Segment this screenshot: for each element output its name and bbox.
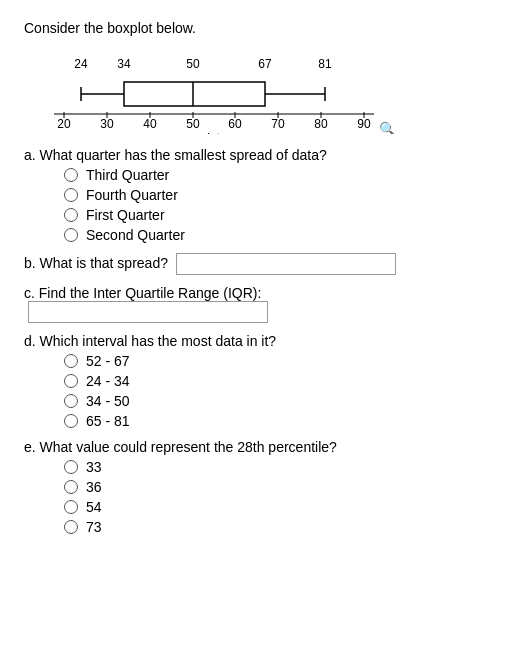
radio-d-1[interactable] [64,354,78,368]
question-e: e. What value could represent the 28th p… [24,439,489,535]
option-d-1[interactable]: 52 - 67 [64,353,489,369]
label-max: 81 [318,57,332,71]
option-e-3[interactable]: 54 [64,499,489,515]
question-d: d. Which interval has the most data in i… [24,333,489,429]
option-e-4-label: 73 [86,519,102,535]
questions-container: a. What quarter has the smallest spread … [24,147,489,535]
option-e-2-label: 36 [86,479,102,495]
question-b: b. What is that spread? [24,253,489,275]
option-e-4[interactable]: 73 [64,519,489,535]
option-d-3[interactable]: 34 - 50 [64,393,489,409]
question-d-options: 52 - 67 24 - 34 34 - 50 65 - 81 [64,353,489,429]
question-a: a. What quarter has the smallest spread … [24,147,489,243]
tick-label-60: 60 [228,117,242,131]
radio-e-4[interactable] [64,520,78,534]
tick-label-30: 30 [100,117,114,131]
option-a-second[interactable]: Second Quarter [64,227,489,243]
radio-a-third[interactable] [64,168,78,182]
radio-d-4[interactable] [64,414,78,428]
question-c: c. Find the Inter Quartile Range (IQR): [24,285,489,323]
radio-e-1[interactable] [64,460,78,474]
question-a-options: Third Quarter Fourth Quarter First Quart… [64,167,489,243]
option-a-first-label: First Quarter [86,207,165,223]
axis-label: data [202,131,226,134]
option-a-third[interactable]: Third Quarter [64,167,489,183]
option-d-2[interactable]: 24 - 34 [64,373,489,389]
option-e-2[interactable]: 36 [64,479,489,495]
option-d-1-label: 52 - 67 [86,353,130,369]
question-e-text: e. What value could represent the 28th p… [24,439,489,455]
option-e-3-label: 54 [86,499,102,515]
option-e-1[interactable]: 33 [64,459,489,475]
tick-label-90: 90 [357,117,371,131]
question-a-text: a. What quarter has the smallest spread … [24,147,489,163]
label-q1: 34 [117,57,131,71]
tick-label-80: 80 [314,117,328,131]
label-q3: 67 [258,57,272,71]
option-e-1-label: 33 [86,459,102,475]
option-d-4-label: 65 - 81 [86,413,130,429]
tick-label-70: 70 [271,117,285,131]
boxplot-svg: 24 34 50 67 81 20 30 40 50 60 70 [34,54,404,134]
question-intro: Consider the boxplot below. [24,20,489,36]
radio-a-fourth[interactable] [64,188,78,202]
radio-d-2[interactable] [64,374,78,388]
question-c-label: c. Find the Inter Quartile Range (IQR): [24,285,261,301]
box [124,82,265,106]
radio-d-3[interactable] [64,394,78,408]
tick-label-20: 20 [57,117,71,131]
question-c-input[interactable] [28,301,268,323]
question-e-options: 33 36 54 73 [64,459,489,535]
radio-e-2[interactable] [64,480,78,494]
radio-a-second[interactable] [64,228,78,242]
tick-label-40: 40 [143,117,157,131]
magnify-icon[interactable]: 🔍 [379,121,397,134]
option-a-fourth[interactable]: Fourth Quarter [64,187,489,203]
question-d-text: d. Which interval has the most data in i… [24,333,489,349]
question-b-label: b. What is that spread? [24,255,168,271]
option-a-third-label: Third Quarter [86,167,169,183]
option-a-second-label: Second Quarter [86,227,185,243]
option-d-3-label: 34 - 50 [86,393,130,409]
question-b-text: b. What is that spread? [24,253,489,275]
label-min: 24 [74,57,88,71]
radio-e-3[interactable] [64,500,78,514]
question-b-input[interactable] [176,253,396,275]
option-a-fourth-label: Fourth Quarter [86,187,178,203]
option-d-4[interactable]: 65 - 81 [64,413,489,429]
label-median: 50 [186,57,200,71]
tick-label-50: 50 [186,117,200,131]
radio-a-first[interactable] [64,208,78,222]
option-d-2-label: 24 - 34 [86,373,130,389]
option-a-first[interactable]: First Quarter [64,207,489,223]
question-c-text: c. Find the Inter Quartile Range (IQR): [24,285,489,323]
